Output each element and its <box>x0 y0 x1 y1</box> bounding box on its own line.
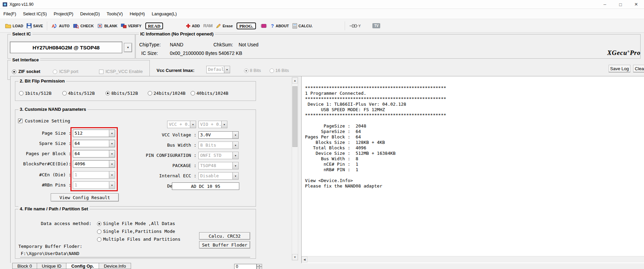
tab-block0[interactable]: Block 0 <box>12 263 37 269</box>
close-button[interactable] <box>628 0 644 9</box>
app-icon <box>2 2 7 7</box>
bus-width-label: Bus Width : <box>111 143 196 148</box>
bitflip-8bits-radio[interactable] <box>106 91 110 95</box>
internal-ecc-combo[interactable]: Disable <box>198 172 239 180</box>
icsp-vcc-checkbox[interactable] <box>99 70 103 74</box>
vio-offset-combo[interactable]: VIO + 0.0V <box>198 121 227 128</box>
save-log-button[interactable]: Save Log <box>609 65 630 72</box>
vcc-voltage-combo[interactable]: 3.0V <box>198 131 239 139</box>
pin-detect-button[interactable]: Y <box>348 23 363 29</box>
temp-path-field[interactable]: F:\Xgpro\UserData\NAND <box>20 250 250 257</box>
chevron-down-icon[interactable] <box>232 142 238 149</box>
bits16-radio[interactable] <box>270 69 274 73</box>
bits8-radio[interactable] <box>244 69 248 73</box>
bitflip-8bits-label: 8bits/512B <box>111 91 138 96</box>
save-button[interactable]: SAVE <box>25 22 45 29</box>
log-line: View <Device.Info> <box>305 178 446 183</box>
tv-button[interactable]: TV <box>371 22 382 29</box>
rbn-pins-combo[interactable]: 1 <box>73 181 115 189</box>
icsp-port-radio[interactable] <box>53 70 57 74</box>
chip-button[interactable] <box>259 23 269 29</box>
menu-item-device[interactable]: Device(D) <box>77 10 103 18</box>
bitflip-1bits-radio[interactable] <box>19 91 23 95</box>
bitflip-24bits-radio[interactable] <box>148 91 152 95</box>
tab-device-info[interactable]: Device.Info <box>99 263 131 269</box>
read-button[interactable]: READ <box>145 23 163 29</box>
about-button[interactable]: ? ABOUT <box>269 22 291 30</box>
menu-item-project[interactable]: Project(P) <box>50 10 77 18</box>
pages-per-block-combo[interactable]: 64 <box>73 150 115 158</box>
menu-item-help[interactable]: Help(H) <box>126 10 148 18</box>
device-id-field[interactable]: AD DC 10 95 <box>172 182 239 190</box>
bitflip-40bits-radio[interactable] <box>191 91 195 95</box>
single-file-partitions-radio[interactable] <box>97 229 101 234</box>
scroll-up-icon[interactable] <box>292 77 298 84</box>
add-button[interactable]: ADD <box>184 23 202 29</box>
load-button[interactable]: LOAD <box>3 23 25 29</box>
ram-button[interactable]: RAM <box>202 22 214 29</box>
spare-size-combo[interactable]: 64 <box>73 140 115 147</box>
log-line: Total Blocks : 4096 <box>305 145 446 151</box>
menu-item-language[interactable]: Language(L) <box>148 10 180 18</box>
auto-button[interactable]: A AUTO <box>50 22 71 30</box>
customize-setting-checkbox[interactable] <box>18 119 22 123</box>
pin-config-combo[interactable]: ONFI STD <box>198 152 239 159</box>
menu-item-select-ic[interactable]: Select IC(S) <box>20 10 50 18</box>
main-panel: 2. Bit Flip Permission 1bits/512B 4bits/… <box>10 76 644 263</box>
clear-log-button[interactable]: Clea <box>633 65 644 72</box>
log-line: 1 Programmer Connected. <box>305 91 446 96</box>
vcc-offset-value: VCC + 0.0V <box>167 121 190 128</box>
set-buffer-button[interactable]: Set Buffer Floder <box>199 241 250 249</box>
log-line: Pages Per Block : 64 <box>305 134 446 140</box>
chevron-down-icon[interactable] <box>232 162 238 169</box>
zif-socket-radio[interactable] <box>12 70 16 74</box>
prog-button[interactable]: PROG. <box>237 23 256 29</box>
title-bar: Xgpro v11.90 <box>0 0 644 9</box>
ic-info-group-title: IC Information (No Project opened) <box>139 31 215 36</box>
minimize-button[interactable] <box>597 0 613 9</box>
scrollbar-thumb[interactable] <box>292 86 297 147</box>
vcc-imax-combo[interactable]: Default <box>206 66 230 73</box>
chevron-down-icon[interactable] <box>232 152 238 159</box>
bottom-tabs: Block 0 Unique ID Config Op. Device.Info <box>12 263 131 269</box>
multiple-files-radio[interactable] <box>97 237 101 242</box>
blank-button[interactable]: BLANK <box>95 22 119 30</box>
verify-button[interactable]: VERIFY <box>119 22 143 30</box>
tab-config-op[interactable]: Config Op. <box>66 263 99 269</box>
ic-dropdown-button[interactable] <box>124 43 132 52</box>
calc-crc32-button[interactable]: Calcu. CRC32 <box>199 232 250 240</box>
vcc-offset-combo[interactable]: VCC + 0.0V <box>167 121 196 128</box>
maximize-button[interactable] <box>613 0 628 9</box>
chevron-down-icon[interactable] <box>221 121 227 128</box>
log-panel[interactable]: ****************************************… <box>301 76 644 263</box>
calcu-button[interactable]: CALCU. <box>291 22 315 30</box>
bitflip-4bits-radio[interactable] <box>62 91 67 95</box>
chevron-down-icon[interactable] <box>190 121 196 128</box>
tab-unique-id[interactable]: Unique ID <box>37 263 67 269</box>
chevron-down-icon[interactable] <box>224 66 230 73</box>
chevron-down-icon[interactable] <box>232 173 238 179</box>
page-size-value: 512 <box>73 130 109 137</box>
cen-die-combo[interactable]: 1 <box>73 171 115 179</box>
spinner-up-icon[interactable] <box>257 264 262 267</box>
data-access-label: Data access method: <box>41 221 92 226</box>
single-file-mode-radio[interactable] <box>97 222 101 226</box>
log-horizontal-scrollbar[interactable] <box>302 256 644 263</box>
vertical-scrollbar[interactable] <box>292 77 298 260</box>
package-combo[interactable]: TSOP48 <box>198 162 239 169</box>
check-button[interactable]: CHECK <box>71 22 95 30</box>
menu-item-file[interactable]: File(F) <box>0 10 20 18</box>
page-size-combo[interactable]: 512 <box>73 130 115 137</box>
chevron-down-icon[interactable] <box>232 132 238 138</box>
blocks-per-ce-combo[interactable]: 4096 <box>73 160 115 168</box>
scroll-down-icon[interactable] <box>292 254 298 260</box>
ic-name-display[interactable]: HY27UH084G2M @ TSOP48 <box>10 42 122 53</box>
spinner-down-icon[interactable] <box>257 267 262 269</box>
log-line: ****************************************… <box>305 85 446 91</box>
bus-width-combo[interactable]: 8 Bits <box>198 141 239 149</box>
erase-button[interactable]: Erase <box>214 22 235 30</box>
scroll-left-icon[interactable] <box>302 256 307 263</box>
view-config-button[interactable]: View Config Resault <box>51 193 119 201</box>
block-spinner-value[interactable]: 0 <box>234 264 257 269</box>
menu-item-tools[interactable]: Tools(V) <box>103 10 126 18</box>
